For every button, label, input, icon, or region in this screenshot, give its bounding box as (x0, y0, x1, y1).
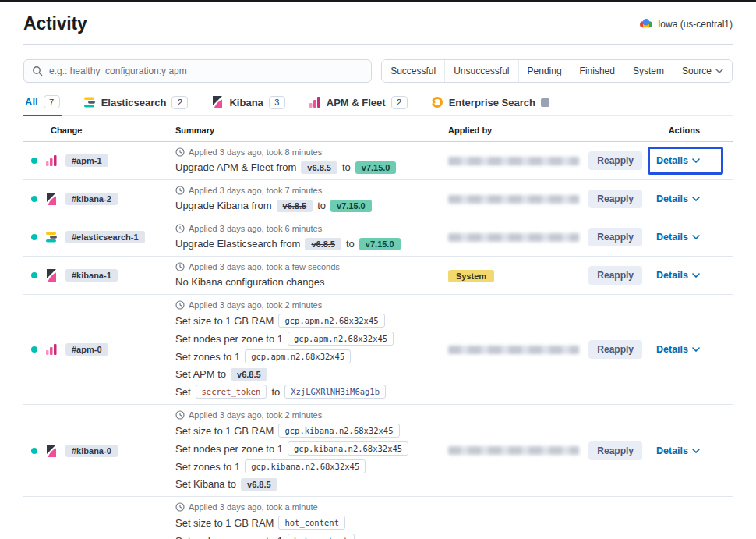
config-code-badge: gcp.apm.n2.68x32x45 (245, 349, 351, 363)
region-indicator: Iowa (us-central1) (640, 18, 733, 30)
status-filter-group: Successful Unsuccessful Pending Finished… (381, 59, 733, 83)
header-summary: Summary (175, 126, 448, 135)
summary-cell: Applied 3 days ago, took 2 minutes Set s… (175, 300, 448, 399)
clock-icon (175, 262, 185, 271)
status-dot (31, 196, 37, 202)
header-actions: Actions (600, 126, 733, 135)
applied-time: Applied 3 days ago, took 8 minutes (175, 147, 448, 157)
details-button[interactable]: Details (656, 193, 700, 204)
details-button[interactable]: Details (656, 445, 700, 456)
kibana-icon (45, 445, 58, 457)
summary-text: Set nodes per zone to 1 (175, 332, 283, 346)
version-to-badge: v7.15.0 (330, 200, 372, 212)
version-from-badge: v6.8.5 (277, 200, 313, 212)
redacted-user (448, 446, 579, 455)
filter-pending[interactable]: Pending (518, 60, 571, 82)
summary-text: Set size to 1 GB RAM (175, 424, 274, 438)
summary-text: Set size to 1 GB RAM (175, 314, 274, 328)
table-row: #kibana-2 Applied 3 days ago, took 7 min… (23, 180, 733, 218)
version-to-badge: v7.15.0 (359, 238, 401, 250)
summary-line: Set nodes per zone to 1 gcp.kibana.n2.68… (175, 441, 448, 456)
chevron-down-icon (715, 69, 723, 73)
applied-by-cell (448, 157, 600, 165)
tab-elasticsearch-label: Elasticsearch (101, 97, 167, 108)
filter-source-dropdown[interactable]: Source (673, 60, 732, 82)
tab-all[interactable]: All 7 (23, 90, 62, 116)
product-tabs: All 7 Elasticsearch 2 Kibana 3 (23, 90, 733, 116)
change-cell: #kibana-2 (23, 193, 175, 205)
page-title: Activity (23, 13, 87, 34)
filter-successful[interactable]: Successful (382, 60, 444, 82)
reapply-button[interactable]: Reapply (588, 441, 642, 460)
config-code-badge: gcp.apm.n2.68x32x45 (278, 314, 384, 328)
actions-cell: Reapply Details (588, 151, 700, 170)
tab-enterprise-search-count-placeholder (541, 98, 549, 107)
tab-elasticsearch-count: 2 (171, 96, 188, 109)
elasticsearch-icon (83, 96, 96, 108)
details-label: Details (656, 193, 688, 204)
kibana-icon (45, 193, 58, 205)
applied-by-cell (448, 346, 600, 354)
redacted-user (448, 233, 579, 242)
table-row: #kibana-0 Applied 3 days ago, took 2 min… (23, 405, 733, 497)
applied-time: Applied 3 days ago, took 2 minutes (175, 300, 448, 310)
applied-time: Applied 3 days ago, took 7 minutes (175, 186, 448, 195)
summary-line: Set secret_token to XzjLGXRlNH3iM6ag1b (175, 385, 448, 399)
clock-icon (175, 502, 185, 512)
search-box[interactable] (23, 59, 372, 83)
reapply-button[interactable]: Reapply (588, 340, 642, 359)
summary-line: Upgrade Kibana from v6.8.5 to v7.15.0 (175, 199, 448, 212)
status-dot (31, 272, 37, 278)
details-label: Details (656, 270, 688, 281)
filter-system[interactable]: System (624, 60, 673, 82)
apm-icon (45, 343, 58, 356)
clock-icon (175, 410, 185, 420)
tab-kibana[interactable]: Kibana 3 (210, 91, 286, 115)
tab-all-count: 7 (44, 95, 60, 108)
summary-text: to (317, 199, 326, 212)
details-button[interactable]: Details (656, 270, 700, 281)
clock-icon (175, 147, 185, 157)
summary-text: Set nodes per zone to 1 (175, 534, 283, 539)
applied-time: Applied 3 days ago, took 2 minutes (175, 410, 448, 420)
change-cell: #apm-1 (23, 154, 175, 167)
details-label: Details (656, 232, 688, 243)
summary-line: Set Kibana to v6.8.5 (175, 477, 448, 491)
tab-enterprise-search[interactable]: Enterprise Search (429, 91, 551, 115)
actions-cell: Reapply Details (588, 441, 700, 460)
version-from-badge: v6.8.5 (305, 238, 341, 250)
config-code-badge: hot_content (288, 534, 355, 539)
applied-time: Applied 3 days ago, took a few seconds (175, 262, 448, 271)
reapply-button[interactable]: Reapply (588, 190, 642, 208)
config-code-badge: hot_content (278, 516, 345, 530)
details-button[interactable]: Details (656, 344, 700, 355)
tab-kibana-label: Kibana (229, 97, 263, 108)
tab-apm-fleet[interactable]: APM & Fleet 2 (307, 91, 409, 115)
summary-text: Upgrade APM & Fleet from (175, 161, 296, 174)
header-applied-by: Applied by (448, 126, 600, 135)
summary-line: Set APM to v6.8.5 (175, 367, 448, 381)
version-from-badge: v6.8.5 (301, 161, 337, 174)
search-input[interactable] (49, 66, 363, 76)
table-row: #elasticsearch-1 Applied 3 days ago, too… (23, 218, 733, 257)
reapply-button[interactable]: Reapply (588, 266, 642, 285)
reapply-button[interactable]: Reapply (588, 228, 642, 246)
details-button[interactable]: Details (656, 155, 700, 166)
filter-finished[interactable]: Finished (571, 60, 624, 82)
chevron-down-icon (692, 158, 700, 163)
reapply-button[interactable]: Reapply (588, 151, 642, 170)
applied-by-cell (448, 233, 600, 242)
enterprise-search-icon (431, 96, 443, 108)
details-button[interactable]: Details (656, 232, 700, 243)
summary-line: Upgrade Elasticsearch from v6.8.5 to v7.… (175, 237, 448, 250)
page-header: Activity Iowa (us-central1) (23, 2, 733, 45)
actions-cell: Reapply Details (588, 190, 700, 208)
tab-elasticsearch[interactable]: Elasticsearch 2 (82, 91, 190, 115)
chevron-down-icon (692, 197, 700, 201)
summary-cell: Applied 3 days ago, took 8 minutes Upgra… (175, 147, 448, 174)
header-change: Change (23, 126, 175, 135)
status-dot (31, 346, 37, 353)
filter-unsuccessful[interactable]: Unsuccessful (444, 60, 518, 82)
apm-icon (45, 154, 58, 167)
version-badge: v6.8.5 (241, 478, 277, 491)
